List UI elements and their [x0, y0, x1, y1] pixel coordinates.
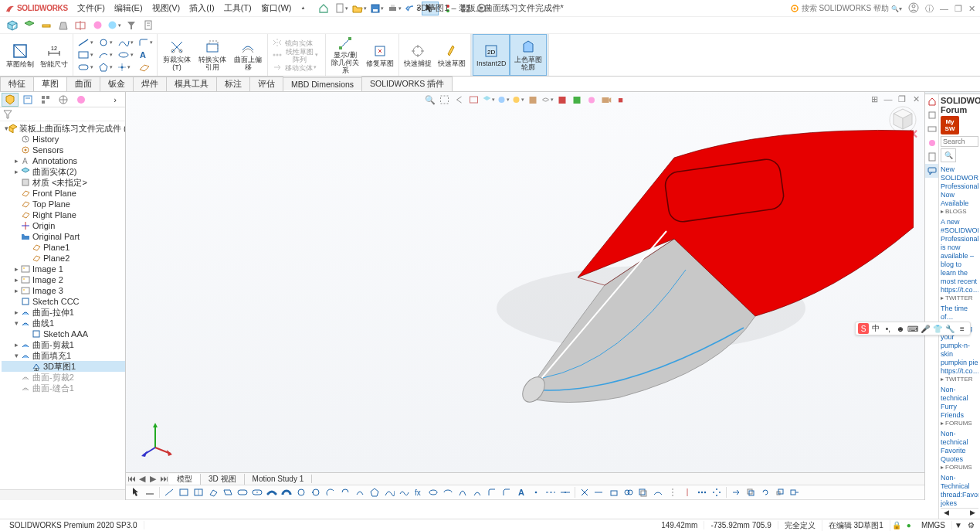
- st-convert-icon[interactable]: [607, 486, 621, 499]
- relations-button[interactable]: 显示/删除几何关系: [327, 34, 363, 76]
- tp-tab-design-icon[interactable]: [925, 108, 938, 122]
- sketch-button[interactable]: 草图绘制: [3, 34, 37, 76]
- tree-node[interactable]: 曲面-缝合1: [2, 383, 125, 393]
- st-offset-icon[interactable]: [636, 486, 650, 499]
- btab-motion[interactable]: Motion Study 1: [245, 475, 313, 483]
- menu-insert[interactable]: 插入(I): [185, 2, 219, 14]
- point-tool[interactable]: [115, 61, 136, 73]
- st-scale-icon[interactable]: [773, 486, 787, 499]
- tab-evaluate[interactable]: 评估: [249, 77, 283, 91]
- tree-expand-icon[interactable]: ›: [107, 93, 124, 107]
- qa-section-icon[interactable]: [73, 19, 88, 32]
- window-restore[interactable]: ❐: [955, 4, 962, 14]
- tree-node[interactable]: Plane1: [2, 242, 125, 253]
- filter-icon[interactable]: [3, 110, 12, 119]
- st-dynmirror-icon[interactable]: [680, 486, 694, 499]
- status-units[interactable]: MMGS: [915, 521, 952, 529]
- line-tool[interactable]: [75, 36, 96, 49]
- home-icon[interactable]: [315, 2, 332, 15]
- st-circpat-icon[interactable]: [710, 486, 724, 499]
- tree-node[interactable]: Original Part: [2, 231, 125, 242]
- arc-tool[interactable]: [96, 49, 115, 61]
- tree-node[interactable]: ▾曲线1: [2, 318, 125, 328]
- ime-punct-icon[interactable]: •,: [883, 323, 894, 334]
- qa-filter-icon[interactable]: [124, 19, 139, 32]
- ime-menu-icon[interactable]: ≡: [957, 323, 968, 334]
- tree-node[interactable]: Front Plane: [2, 188, 125, 199]
- ime-skin-icon[interactable]: 👕: [932, 323, 943, 334]
- qa-custom-icon[interactable]: [141, 19, 156, 32]
- tree-node[interactable]: Sensors: [2, 145, 125, 155]
- st-conic-icon[interactable]: [470, 486, 484, 499]
- tp-scroll-right[interactable]: ▶: [967, 509, 978, 519]
- st-center-rect-icon[interactable]: [192, 486, 205, 499]
- status-rebuild-icon[interactable]: ●: [903, 521, 915, 529]
- fillet-tool[interactable]: [136, 36, 155, 49]
- st-circle-icon[interactable]: [294, 486, 308, 499]
- new-icon[interactable]: [333, 2, 350, 15]
- st-3pslot-icon[interactable]: [265, 486, 279, 499]
- st-move-icon[interactable]: [729, 486, 743, 499]
- print-icon[interactable]: [386, 2, 403, 15]
- st-copy-icon[interactable]: [744, 486, 758, 499]
- qa-appearance-icon[interactable]: [90, 19, 105, 32]
- tree-node[interactable]: ▸Image 3: [2, 285, 125, 296]
- forum-item[interactable]: The time of…: [941, 305, 978, 322]
- tree-node[interactable]: Sketch AAA: [2, 328, 125, 339]
- st-arcslot-icon[interactable]: [280, 486, 293, 499]
- polygon-tool[interactable]: [96, 61, 115, 73]
- st-spline-icon[interactable]: [382, 486, 396, 499]
- st-cslot-icon[interactable]: [250, 486, 264, 499]
- tree-tab-property-icon[interactable]: [19, 93, 36, 107]
- tree-node[interactable]: ▸Image 2: [2, 274, 125, 285]
- quick-snap-button[interactable]: 快速捕捉: [401, 34, 435, 76]
- btab-next[interactable]: ▶: [148, 474, 158, 484]
- user-icon[interactable]: [908, 2, 919, 15]
- status-cog-icon[interactable]: ⚙: [965, 521, 977, 529]
- smart-dimension-button[interactable]: 12 智能尺寸: [37, 34, 71, 76]
- tree-tab-display-icon[interactable]: [73, 93, 90, 107]
- forum-item[interactable]: Non-technical Favorite Quotes: [941, 430, 978, 464]
- text-tool[interactable]: A: [136, 49, 155, 61]
- tree-node[interactable]: History: [2, 134, 125, 145]
- menu-file[interactable]: 文件(F): [73, 2, 110, 14]
- ime-tool-icon[interactable]: 🔧: [944, 323, 955, 334]
- menu-window[interactable]: 窗口(W): [256, 2, 297, 14]
- qa-cube2-icon[interactable]: [22, 19, 37, 32]
- st-line-icon[interactable]: [162, 486, 176, 499]
- window-close[interactable]: ✕: [968, 4, 975, 14]
- tree-node[interactable]: ▸Image 1: [2, 264, 125, 274]
- st-3pt-rect-icon[interactable]: [206, 486, 220, 499]
- st-midline-icon[interactable]: [558, 486, 572, 499]
- st-pellipse-icon[interactable]: [441, 486, 455, 499]
- tree-tab-feature-icon[interactable]: [2, 93, 19, 107]
- tree-node[interactable]: Right Plane: [2, 209, 125, 220]
- open-icon[interactable]: [351, 2, 368, 15]
- st-text-icon[interactable]: A: [514, 486, 528, 499]
- st-chamfer-icon[interactable]: [500, 486, 514, 499]
- st-corner-rect-icon[interactable]: [177, 486, 191, 499]
- st-eq-icon[interactable]: fx: [412, 486, 426, 499]
- menu-view[interactable]: 视图(V): [148, 2, 185, 14]
- st-centerline-icon[interactable]: [544, 486, 558, 499]
- tp-tab-forum-icon[interactable]: [925, 164, 938, 178]
- btab-last[interactable]: ⏭: [158, 474, 169, 484]
- st-extend-icon[interactable]: [592, 486, 606, 499]
- qa-appearance2-icon[interactable]: [107, 19, 122, 32]
- st-fillet-icon[interactable]: [485, 486, 499, 499]
- st-3parc-icon[interactable]: [353, 486, 367, 499]
- qa-measure-icon[interactable]: [39, 19, 54, 32]
- st-spline2-icon[interactable]: [397, 486, 411, 499]
- tree-node[interactable]: 材质 <未指定>: [2, 177, 125, 188]
- circle-tool[interactable]: [96, 36, 115, 49]
- tab-addins[interactable]: SOLIDWORKS 插件: [361, 77, 453, 91]
- st-point-icon[interactable]: [529, 486, 543, 499]
- qa-mass-icon[interactable]: [56, 19, 71, 32]
- ime-bar[interactable]: S 中 •, ☻ ⌨ 🎤 👕 🔧 ≡: [855, 322, 971, 335]
- st-parabola-icon[interactable]: [456, 486, 470, 499]
- offset-surface-button[interactable]: 曲面上偏移: [230, 34, 266, 76]
- tab-annotate[interactable]: 标注: [216, 77, 250, 91]
- st-trim-icon[interactable]: [578, 486, 592, 499]
- tab-surfaces[interactable]: 曲面: [66, 77, 100, 91]
- btab-3dviews[interactable]: 3D 视图: [201, 474, 245, 485]
